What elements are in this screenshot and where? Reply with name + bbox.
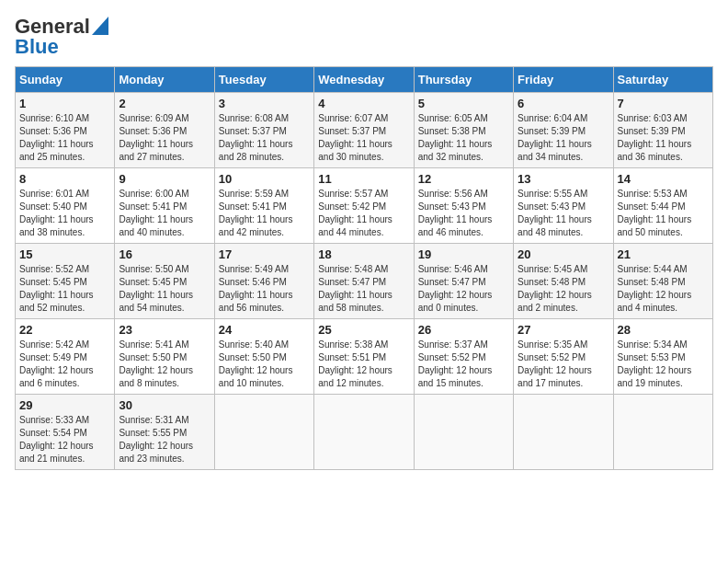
day-of-week-header: Monday: [115, 67, 214, 93]
day-info: Sunrise: 5:33 AM Sunset: 5:54 PM Dayligh…: [19, 414, 110, 465]
day-info: Sunrise: 5:34 AM Sunset: 5:53 PM Dayligh…: [618, 339, 709, 390]
day-number: 28: [618, 323, 709, 337]
day-of-week-header: Saturday: [613, 67, 712, 93]
day-info: Sunrise: 5:53 AM Sunset: 5:44 PM Dayligh…: [618, 188, 709, 239]
day-number: 6: [518, 97, 609, 110]
calendar-cell: 5 Sunrise: 6:05 AM Sunset: 5:38 PM Dayli…: [414, 93, 513, 168]
day-number: 14: [618, 172, 709, 186]
day-info: Sunrise: 5:59 AM Sunset: 5:41 PM Dayligh…: [219, 188, 310, 239]
day-number: 25: [318, 323, 409, 337]
calendar-header-row: SundayMondayTuesdayWednesdayThursdayFrid…: [16, 67, 713, 93]
calendar-cell: [214, 395, 313, 470]
calendar-cell: 17 Sunrise: 5:49 AM Sunset: 5:46 PM Dayl…: [214, 244, 313, 319]
day-info: Sunrise: 5:31 AM Sunset: 5:55 PM Dayligh…: [119, 414, 210, 465]
calendar-cell: 21 Sunrise: 5:44 AM Sunset: 5:48 PM Dayl…: [613, 244, 712, 319]
day-info: Sunrise: 6:07 AM Sunset: 5:37 PM Dayligh…: [318, 112, 409, 164]
calendar-cell: 12 Sunrise: 5:56 AM Sunset: 5:43 PM Dayl…: [414, 168, 513, 244]
day-number: 19: [418, 247, 509, 261]
day-info: Sunrise: 6:10 AM Sunset: 5:36 PM Dayligh…: [19, 112, 110, 164]
day-of-week-header: Friday: [514, 67, 613, 93]
calendar-week-row: 8 Sunrise: 6:01 AM Sunset: 5:40 PM Dayli…: [16, 168, 713, 244]
calendar-cell: 25 Sunrise: 5:38 AM Sunset: 5:51 PM Dayl…: [314, 319, 414, 395]
day-info: Sunrise: 5:44 AM Sunset: 5:48 PM Dayligh…: [618, 263, 709, 315]
calendar-cell: 20 Sunrise: 5:45 AM Sunset: 5:48 PM Dayl…: [514, 244, 613, 319]
calendar-body: 1 Sunrise: 6:10 AM Sunset: 5:36 PM Dayli…: [16, 93, 713, 470]
calendar-cell: 4 Sunrise: 6:07 AM Sunset: 5:37 PM Dayli…: [314, 93, 414, 168]
calendar-cell: 8 Sunrise: 6:01 AM Sunset: 5:40 PM Dayli…: [16, 168, 115, 244]
day-info: Sunrise: 5:49 AM Sunset: 5:46 PM Dayligh…: [219, 263, 310, 315]
day-info: Sunrise: 5:35 AM Sunset: 5:52 PM Dayligh…: [518, 339, 609, 390]
logo-blue: Blue: [15, 35, 59, 59]
day-number: 3: [219, 97, 310, 110]
day-info: Sunrise: 6:08 AM Sunset: 5:37 PM Dayligh…: [219, 112, 310, 164]
calendar-cell: 2 Sunrise: 6:09 AM Sunset: 5:36 PM Dayli…: [115, 93, 214, 168]
day-number: 24: [219, 323, 310, 337]
day-info: Sunrise: 6:03 AM Sunset: 5:39 PM Dayligh…: [618, 112, 709, 164]
calendar-table: SundayMondayTuesdayWednesdayThursdayFrid…: [15, 66, 713, 470]
day-number: 5: [418, 97, 509, 110]
day-number: 27: [518, 323, 609, 337]
day-info: Sunrise: 5:46 AM Sunset: 5:47 PM Dayligh…: [418, 263, 509, 315]
calendar-cell: 18 Sunrise: 5:48 AM Sunset: 5:47 PM Dayl…: [314, 244, 414, 319]
day-info: Sunrise: 5:45 AM Sunset: 5:48 PM Dayligh…: [518, 263, 609, 315]
day-number: 18: [318, 247, 409, 261]
day-number: 23: [119, 323, 210, 337]
calendar-cell: 7 Sunrise: 6:03 AM Sunset: 5:39 PM Dayli…: [613, 93, 712, 168]
day-number: 30: [119, 398, 210, 412]
calendar-week-row: 22 Sunrise: 5:42 AM Sunset: 5:49 PM Dayl…: [16, 319, 713, 395]
day-number: 17: [219, 247, 310, 261]
svg-marker-0: [92, 17, 108, 35]
day-info: Sunrise: 5:57 AM Sunset: 5:42 PM Dayligh…: [318, 188, 409, 239]
day-info: Sunrise: 5:48 AM Sunset: 5:47 PM Dayligh…: [318, 263, 409, 315]
day-info: Sunrise: 5:40 AM Sunset: 5:50 PM Dayligh…: [219, 339, 310, 390]
calendar-cell: 27 Sunrise: 5:35 AM Sunset: 5:52 PM Dayl…: [514, 319, 613, 395]
day-number: 10: [219, 172, 310, 186]
day-number: 4: [318, 97, 409, 110]
day-info: Sunrise: 5:37 AM Sunset: 5:52 PM Dayligh…: [418, 339, 509, 390]
calendar-week-row: 29 Sunrise: 5:33 AM Sunset: 5:54 PM Dayl…: [16, 395, 713, 470]
calendar-cell: 15 Sunrise: 5:52 AM Sunset: 5:45 PM Dayl…: [16, 244, 115, 319]
day-number: 29: [19, 398, 110, 412]
day-number: 1: [19, 97, 110, 110]
day-info: Sunrise: 5:38 AM Sunset: 5:51 PM Dayligh…: [318, 339, 409, 390]
day-of-week-header: Tuesday: [214, 67, 313, 93]
day-info: Sunrise: 5:56 AM Sunset: 5:43 PM Dayligh…: [418, 188, 509, 239]
day-info: Sunrise: 6:09 AM Sunset: 5:36 PM Dayligh…: [119, 112, 210, 164]
day-info: Sunrise: 5:41 AM Sunset: 5:50 PM Dayligh…: [119, 339, 210, 390]
calendar-week-row: 1 Sunrise: 6:10 AM Sunset: 5:36 PM Dayli…: [16, 93, 713, 168]
calendar-cell: [414, 395, 513, 470]
calendar-cell: 11 Sunrise: 5:57 AM Sunset: 5:42 PM Dayl…: [314, 168, 414, 244]
day-info: Sunrise: 6:01 AM Sunset: 5:40 PM Dayligh…: [19, 188, 110, 239]
day-number: 13: [518, 172, 609, 186]
day-info: Sunrise: 6:05 AM Sunset: 5:38 PM Dayligh…: [418, 112, 509, 164]
calendar-cell: 19 Sunrise: 5:46 AM Sunset: 5:47 PM Dayl…: [414, 244, 513, 319]
calendar-cell: 1 Sunrise: 6:10 AM Sunset: 5:36 PM Dayli…: [16, 93, 115, 168]
calendar-header: SundayMondayTuesdayWednesdayThursdayFrid…: [16, 67, 713, 93]
logo-icon: [92, 17, 108, 35]
day-of-week-header: Sunday: [16, 67, 115, 93]
calendar-cell: 13 Sunrise: 5:55 AM Sunset: 5:43 PM Dayl…: [514, 168, 613, 244]
day-info: Sunrise: 6:00 AM Sunset: 5:41 PM Dayligh…: [119, 188, 210, 239]
calendar-cell: 26 Sunrise: 5:37 AM Sunset: 5:52 PM Dayl…: [414, 319, 513, 395]
day-info: Sunrise: 5:52 AM Sunset: 5:45 PM Dayligh…: [19, 263, 110, 315]
logo: General Blue: [15, 15, 108, 59]
page-header: General Blue: [15, 15, 713, 59]
calendar-cell: [314, 395, 414, 470]
day-number: 9: [119, 172, 210, 186]
day-info: Sunrise: 5:55 AM Sunset: 5:43 PM Dayligh…: [518, 188, 609, 239]
day-number: 8: [19, 172, 110, 186]
day-number: 20: [518, 247, 609, 261]
day-number: 21: [618, 247, 709, 261]
day-number: 26: [418, 323, 509, 337]
day-number: 2: [119, 97, 210, 110]
calendar-cell: 10 Sunrise: 5:59 AM Sunset: 5:41 PM Dayl…: [214, 168, 313, 244]
calendar-week-row: 15 Sunrise: 5:52 AM Sunset: 5:45 PM Dayl…: [16, 244, 713, 319]
calendar-cell: 23 Sunrise: 5:41 AM Sunset: 5:50 PM Dayl…: [115, 319, 214, 395]
day-info: Sunrise: 6:04 AM Sunset: 5:39 PM Dayligh…: [518, 112, 609, 164]
calendar-cell: 9 Sunrise: 6:00 AM Sunset: 5:41 PM Dayli…: [115, 168, 214, 244]
day-number: 16: [119, 247, 210, 261]
calendar-cell: 22 Sunrise: 5:42 AM Sunset: 5:49 PM Dayl…: [16, 319, 115, 395]
day-number: 7: [618, 97, 709, 110]
calendar-cell: [613, 395, 712, 470]
calendar-cell: 3 Sunrise: 6:08 AM Sunset: 5:37 PM Dayli…: [214, 93, 313, 168]
